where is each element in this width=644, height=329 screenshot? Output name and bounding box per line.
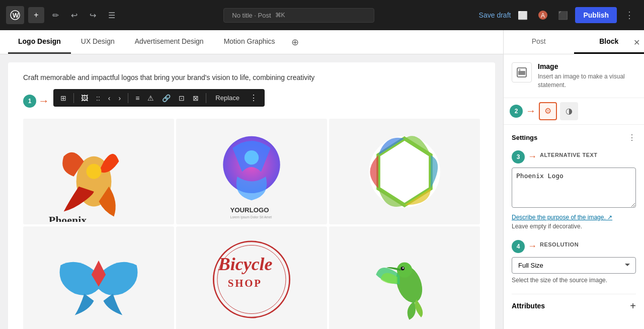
svg-text:Phoenix: Phoenix — [48, 214, 87, 222]
top-bar: W + ✏ ↩ ↪ ☰ No title · Post ⌘K Save draf… — [0, 0, 644, 30]
svg-text:YOURLOGO: YOURLOGO — [230, 206, 269, 213]
resolution-desc: Select the size of the source image. — [512, 277, 636, 284]
alt-text-label: ALTERNATIVE TEXT — [540, 152, 598, 158]
toolbar-separator-1 — [73, 93, 74, 103]
tab-advertisement-design[interactable]: Advertisement Design — [125, 30, 214, 54]
block-title: Image — [538, 62, 636, 70]
settings-more-button[interactable]: ⋮ — [628, 133, 636, 142]
editor-toggle-button[interactable]: ⬛ — [555, 8, 571, 23]
logo-hummingbird-svg — [337, 232, 472, 327]
crop-btn[interactable]: ⊡ — [176, 92, 188, 104]
wp-logo: W — [6, 6, 24, 24]
svg-text:SHOP: SHOP — [228, 277, 262, 288]
settings-content: Settings ⋮ 3 → ALTERNATIVE TEXT Describe… — [504, 125, 644, 329]
image-btn-2[interactable]: 🖼 — [78, 92, 91, 104]
list-view-button[interactable]: ☰ — [104, 8, 119, 23]
step-3-indicator: 3 — [512, 150, 525, 163]
shortcut-hint: ⌘K — [275, 12, 285, 19]
avatar-button[interactable]: A — [535, 7, 551, 23]
step-1-indicator: 1 — [23, 95, 36, 108]
svg-text:A: A — [541, 12, 545, 19]
prev-btn[interactable]: ‹ — [105, 92, 114, 104]
logo-yourlogo-svg: YOURLOGO Lorem Ipsum Dolor Sit Amet — [184, 124, 319, 219]
block-description: Image Insert an image to make a visual s… — [538, 62, 636, 90]
attributes-label: Attributes — [512, 302, 545, 310]
post-title-field[interactable]: No title · Post ⌘K — [223, 8, 374, 23]
block-desc-text: Insert an image to make a visual stateme… — [538, 72, 636, 90]
alt-text-link[interactable]: Describe the purpose of the image. ↗ — [512, 214, 636, 221]
main-layout: Logo Design UX Design Advertisement Desi… — [0, 30, 644, 329]
expand-btn[interactable]: ⊠ — [190, 92, 202, 104]
link-btn[interactable]: 🔗 — [159, 92, 174, 104]
title-area: No title · Post ⌘K — [123, 8, 475, 23]
svg-text:Lorem Ipsum Dolor Sit Amet: Lorem Ipsum Dolor Sit Amet — [230, 215, 272, 219]
alt-text-note: Leave empty if decorative. — [512, 223, 636, 230]
step-1-arrow: → — [38, 95, 49, 108]
redo-button[interactable]: ↪ — [86, 8, 100, 23]
alt-text-group: 3 → ALTERNATIVE TEXT Describe the purpos… — [512, 150, 636, 230]
panel-close-button[interactable]: ✕ — [633, 37, 640, 47]
tools-button[interactable]: ✏ — [48, 8, 63, 23]
save-draft-button[interactable]: Save draft — [479, 11, 511, 19]
settings-contrast-button[interactable]: ◑ — [560, 102, 578, 120]
gallery-item-5[interactable]: Bicycle SHOP — [176, 226, 327, 329]
gallery-item-4[interactable] — [23, 226, 174, 329]
gallery-item-1[interactable]: Phoenix flying magic bird — [23, 119, 174, 224]
step-2-indicator: 2 — [510, 105, 523, 118]
toolbar-more-button[interactable]: ⋮ — [247, 91, 261, 105]
gallery-item-2[interactable]: YOURLOGO Lorem Ipsum Dolor Sit Amet — [176, 119, 327, 224]
image-toolbar: ⊞ 🖼 :: ‹ › ≡ ⚠ 🔗 ⊡ ⊠ Replace ⋮ — [53, 89, 265, 107]
tabs-bar: Logo Design UX Design Advertisement Desi… — [0, 30, 503, 54]
tab-ux-design[interactable]: UX Design — [71, 30, 125, 54]
drag-handle[interactable]: :: — [93, 92, 103, 104]
logo-bicycle-svg: Bicycle SHOP — [184, 232, 319, 327]
content-description: Craft memorable and impactful logos that… — [23, 72, 480, 83]
replace-button[interactable]: Replace — [210, 92, 245, 104]
image-view-button[interactable]: ⊞ — [57, 92, 69, 104]
tab-post[interactable]: Post — [504, 30, 574, 54]
svg-point-9 — [245, 150, 259, 164]
attributes-add-button[interactable]: + — [630, 300, 636, 312]
gallery-item-3[interactable] — [329, 119, 480, 224]
resolution-group: 4 → RESOLUTION Full Size Large Medium Th… — [512, 240, 636, 284]
resolution-select[interactable]: Full Size Large Medium Thumbnail — [512, 257, 636, 274]
tab-logo-design[interactable]: Logo Design — [8, 30, 71, 54]
settings-icons-row: 2 → ⚙ ◑ — [504, 98, 644, 125]
svg-rect-24 — [518, 71, 525, 75]
settings-header: Settings ⋮ — [512, 133, 636, 142]
alert-btn[interactable]: ⚠ — [144, 92, 157, 104]
step-4-arrow: → — [528, 241, 537, 252]
more-options-button[interactable]: ⋮ — [621, 8, 638, 23]
settings-title: Settings — [512, 134, 537, 141]
logo-hexflower-svg — [337, 124, 472, 219]
panel-tabs: Post Block ✕ — [504, 30, 644, 54]
gallery-item-6[interactable] — [329, 226, 480, 329]
alt-text-input[interactable] — [512, 168, 636, 208]
next-btn[interactable]: › — [115, 92, 124, 104]
add-block-button[interactable]: + — [28, 7, 44, 23]
step-2-arrow: → — [526, 105, 536, 117]
align-btn[interactable]: ≡ — [132, 92, 142, 104]
svg-point-13 — [391, 158, 418, 185]
toolbar-separator-2 — [128, 93, 128, 103]
step-3-arrow: → — [528, 151, 537, 162]
block-info: Image Insert an image to make a visual s… — [504, 54, 644, 98]
gallery-grid: Phoenix flying magic bird — [23, 119, 480, 329]
svg-point-5 — [86, 164, 101, 179]
post-title-text: No title · Post — [232, 12, 271, 19]
svg-point-25 — [519, 69, 521, 71]
toolbar-separator-3 — [206, 93, 206, 103]
tab-motion-graphics[interactable]: Motion Graphics — [214, 30, 285, 54]
publish-button[interactable]: Publish — [575, 7, 617, 23]
logo-phoenix-svg: Phoenix flying magic bird — [27, 121, 171, 222]
preview-button[interactable]: ⬜ — [515, 8, 531, 23]
add-tab-button[interactable]: ⊕ — [287, 33, 303, 52]
attributes-row: Attributes + — [512, 294, 636, 318]
content-area: Craft memorable and impactful logos that… — [8, 62, 495, 329]
step-4-indicator: 4 — [512, 240, 525, 253]
undo-button[interactable]: ↩ — [67, 8, 82, 23]
svg-point-22 — [403, 267, 404, 269]
settings-gear-button[interactable]: ⚙ — [539, 102, 557, 120]
toolbar-right: Save draft ⬜ A ⬛ Publish ⋮ — [479, 7, 638, 23]
editor-area: Logo Design UX Design Advertisement Desi… — [0, 30, 503, 329]
